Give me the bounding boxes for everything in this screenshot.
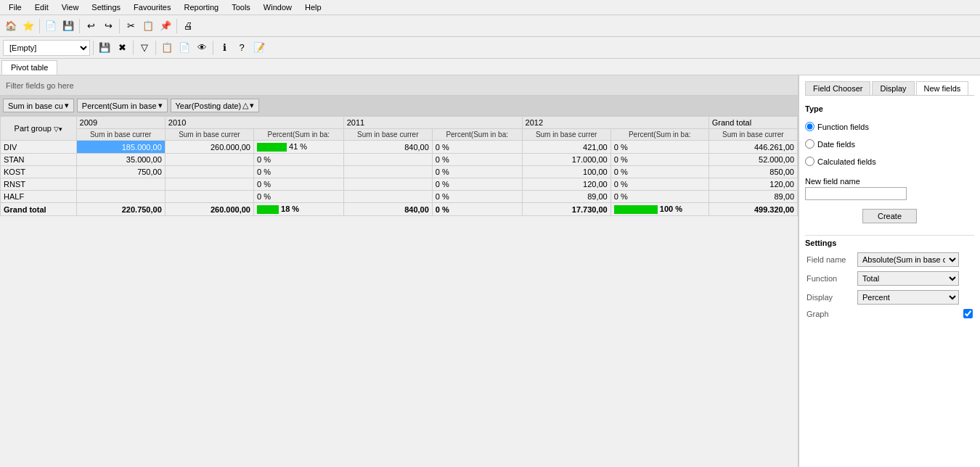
grand-cell[interactable]: Grand total bbox=[1, 203, 77, 216]
radio-function-fields[interactable]: Function fields bbox=[805, 122, 974, 131]
notes-button[interactable]: 📝 bbox=[251, 40, 267, 56]
grand-bar-2012[interactable]: 100 % bbox=[611, 203, 709, 216]
copy2-button[interactable]: 📋 bbox=[159, 40, 175, 56]
radio-function[interactable] bbox=[805, 122, 814, 131]
table-cell[interactable]: 260.000,00 bbox=[165, 141, 253, 154]
table-cell[interactable]: 850,00 bbox=[709, 166, 797, 178]
table-cell[interactable]: 0 % bbox=[432, 166, 522, 178]
grand-cell[interactable]: 0 % bbox=[432, 203, 522, 216]
new-button[interactable]: 📄 bbox=[43, 18, 59, 34]
table-cell[interactable] bbox=[165, 191, 253, 203]
new-field-name-input[interactable] bbox=[805, 187, 907, 200]
settings-display-value[interactable]: Percent bbox=[856, 288, 974, 307]
menu-view[interactable]: View bbox=[56, 1, 85, 13]
table-cell[interactable] bbox=[343, 154, 432, 166]
table-cell[interactable]: 446.261,00 bbox=[709, 141, 797, 154]
table-cell[interactable]: 52.000,00 bbox=[709, 154, 797, 166]
field-year[interactable]: Year(Posting date) △ ▾ bbox=[171, 99, 260, 112]
table-cell[interactable]: 0 % bbox=[611, 141, 709, 154]
settings-graph-value[interactable] bbox=[856, 307, 974, 321]
table-cell[interactable] bbox=[343, 166, 432, 178]
home-button[interactable]: 🏠 bbox=[3, 18, 19, 34]
filter-button[interactable]: ▽ bbox=[136, 40, 152, 56]
new2-button[interactable]: 📄 bbox=[176, 40, 192, 56]
display-select[interactable]: Percent bbox=[857, 290, 959, 305]
menu-favourites[interactable]: Favourites bbox=[128, 1, 176, 13]
grand-cell[interactable]: 17.730,00 bbox=[522, 203, 611, 216]
settings-function-value[interactable]: Total bbox=[856, 269, 974, 288]
menu-edit[interactable]: Edit bbox=[29, 1, 54, 13]
menu-help[interactable]: Help bbox=[299, 1, 327, 13]
menu-window[interactable]: Window bbox=[258, 1, 298, 13]
help-button[interactable]: ? bbox=[234, 40, 250, 56]
table-cell[interactable]: 89,00 bbox=[522, 191, 611, 203]
table-cell[interactable]: 89,00 bbox=[709, 191, 797, 203]
menu-file[interactable]: File bbox=[3, 1, 28, 13]
pivot-table-tab[interactable]: Pivot table bbox=[1, 60, 57, 75]
table-cell[interactable]: 0 % bbox=[611, 191, 709, 203]
grand-cell[interactable]: 840,00 bbox=[343, 203, 432, 216]
star-button[interactable]: ⭐ bbox=[20, 18, 36, 34]
bar-cell-2010[interactable]: 0 % bbox=[253, 191, 343, 203]
table-cell[interactable]: 421,00 bbox=[522, 141, 611, 154]
tab-new-fields[interactable]: New fields bbox=[916, 81, 969, 95]
table-cell[interactable]: 120,00 bbox=[709, 178, 797, 191]
print-button[interactable]: 🖨 bbox=[180, 18, 196, 34]
table-cell[interactable]: 750,00 bbox=[76, 166, 165, 178]
pivot-table-wrap[interactable]: Part group ▽▾ 2009 2010 2011 2012 Grand … bbox=[0, 116, 798, 467]
graph-checkbox[interactable] bbox=[963, 309, 973, 318]
table-cell[interactable]: 0 % bbox=[432, 154, 522, 166]
menu-reporting[interactable]: Reporting bbox=[178, 1, 224, 13]
cut-button[interactable]: ✂ bbox=[123, 18, 139, 34]
table-cell[interactable]: STAN bbox=[1, 154, 77, 166]
radio-date-fields[interactable]: Date fields bbox=[805, 139, 974, 149]
table-cell[interactable] bbox=[165, 154, 253, 166]
table-cell[interactable]: 0 % bbox=[432, 178, 522, 191]
table-cell[interactable]: 100,00 bbox=[522, 166, 611, 178]
table-cell[interactable] bbox=[343, 178, 432, 191]
save-button[interactable]: 💾 bbox=[60, 18, 76, 34]
bar-cell-2010[interactable]: 0 % bbox=[253, 166, 343, 178]
table-cell[interactable]: 17.000,00 bbox=[522, 154, 611, 166]
settings-field-name-value[interactable]: Absolute(Sum in base cu bbox=[856, 250, 974, 269]
table-cell[interactable] bbox=[76, 178, 165, 191]
cancel-button[interactable]: ✖ bbox=[114, 40, 130, 56]
grand-bar-2010[interactable]: 18 % bbox=[253, 203, 343, 216]
grand-cell[interactable]: 260.000,00 bbox=[165, 203, 253, 216]
table-cell[interactable]: KOST bbox=[1, 166, 77, 178]
menu-settings[interactable]: Settings bbox=[86, 1, 126, 13]
table-cell[interactable] bbox=[165, 178, 253, 191]
radio-calculated-fields[interactable]: Calculated fields bbox=[805, 157, 974, 166]
table-cell[interactable]: 0 % bbox=[611, 154, 709, 166]
radio-date[interactable] bbox=[805, 139, 814, 149]
table-cell[interactable]: RNST bbox=[1, 178, 77, 191]
tab-display[interactable]: Display bbox=[872, 81, 914, 95]
bar-cell-2010[interactable]: 41 % bbox=[253, 141, 343, 154]
table-cell[interactable] bbox=[343, 191, 432, 203]
redo-button[interactable]: ↪ bbox=[100, 18, 116, 34]
table-cell[interactable]: 840,00 bbox=[343, 141, 432, 154]
table-cell[interactable]: 185.000,00 bbox=[76, 141, 165, 154]
grand-cell[interactable]: 220.750,00 bbox=[76, 203, 165, 216]
function-select[interactable]: Total bbox=[857, 271, 959, 286]
copy-button[interactable]: 📋 bbox=[140, 18, 156, 34]
undo-button[interactable]: ↩ bbox=[83, 18, 99, 34]
grand-cell[interactable]: 499.320,00 bbox=[709, 203, 797, 216]
table-cell[interactable]: 0 % bbox=[611, 166, 709, 178]
table-cell[interactable]: 35.000,00 bbox=[76, 154, 165, 166]
table-cell[interactable]: 0 % bbox=[611, 178, 709, 191]
field-percent[interactable]: Percent(Sum in base ▾ bbox=[77, 99, 168, 112]
paste-button[interactable]: 📌 bbox=[158, 18, 173, 34]
table-cell[interactable] bbox=[76, 191, 165, 203]
field-sum[interactable]: Sum in base cu ▾ bbox=[3, 99, 74, 112]
bar-cell-2010[interactable]: 0 % bbox=[253, 154, 343, 166]
table-cell[interactable]: DIV bbox=[1, 141, 77, 154]
radio-calculated[interactable] bbox=[805, 157, 814, 166]
table-cell[interactable] bbox=[165, 166, 253, 178]
table-cell[interactable]: HALF bbox=[1, 191, 77, 203]
menu-tools[interactable]: Tools bbox=[226, 1, 256, 13]
field-name-select[interactable]: Absolute(Sum in base cu bbox=[857, 252, 959, 267]
empty-dropdown[interactable]: [Empty] bbox=[3, 40, 90, 56]
save2-button[interactable]: 💾 bbox=[97, 40, 113, 56]
bar-cell-2010[interactable]: 0 % bbox=[253, 178, 343, 191]
